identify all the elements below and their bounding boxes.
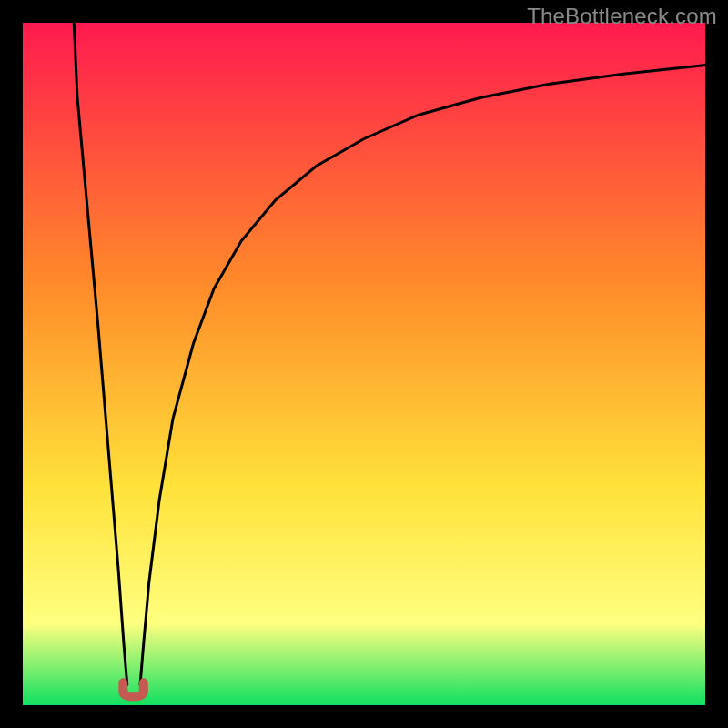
chart-frame: TheBottleneck.com	[0, 0, 728, 728]
curve-right-branch	[140, 66, 705, 685]
watermark-text: TheBottleneck.com	[527, 4, 717, 29]
plot-area	[23, 23, 705, 705]
bottleneck-curve	[23, 23, 705, 705]
minimum-marker	[123, 682, 144, 696]
curve-left-branch	[74, 23, 127, 685]
